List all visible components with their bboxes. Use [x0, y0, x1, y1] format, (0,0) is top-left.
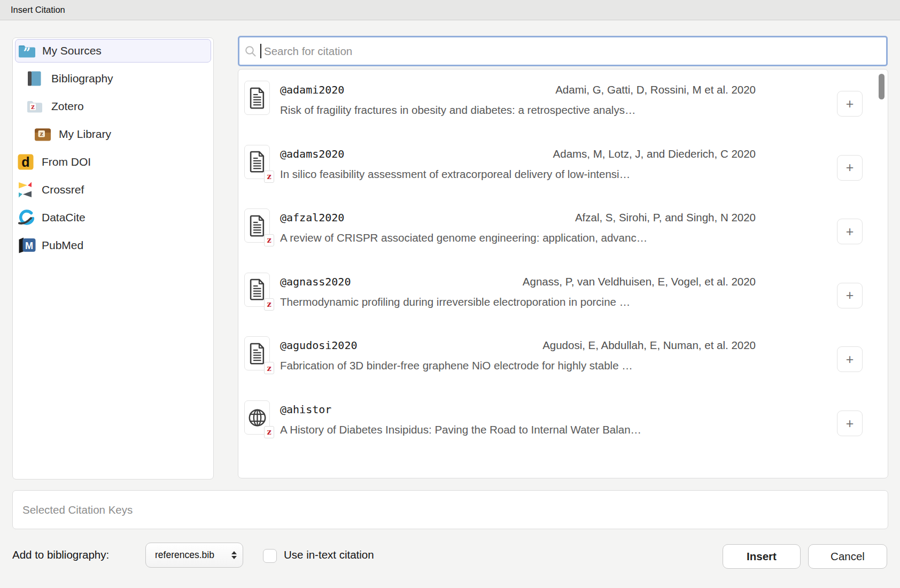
- citation-row[interactable]: @adami2020Adami, G, Gatti, D, Rossini, M…: [238, 81, 888, 120]
- sidebar-item-bibliography[interactable]: Bibliography: [15, 67, 211, 90]
- sidebar-item-my-library[interactable]: zMy Library: [15, 122, 211, 146]
- citation-key-line: @agnass2020Agnass, P, van Veldhuisen, E,…: [280, 274, 756, 290]
- text-cursor: [260, 44, 261, 58]
- search-box: [238, 36, 888, 66]
- sidebar-item-label: From DOI: [42, 156, 91, 168]
- citation-key: @agnass2020: [280, 274, 351, 290]
- webpage-icon: z: [244, 400, 270, 435]
- sidebar-item-datacite[interactable]: DataCite: [15, 206, 211, 229]
- citation-authors: Agnass, P, van Veldhuisen, E, Vogel, et …: [523, 274, 756, 290]
- citation-row[interactable]: z@adams2020Adams, M, Lotz, J, and Dieder…: [238, 145, 888, 184]
- datacite-icon: [18, 210, 34, 226]
- citation-row[interactable]: z@ahistorA History of Diabetes Insipidus…: [238, 400, 888, 440]
- zotero-badge: z: [264, 362, 274, 374]
- zotero-folder-icon: z: [27, 99, 43, 113]
- citation-key: @agudosi2020: [280, 337, 358, 353]
- bibliography-book-icon: [27, 71, 42, 87]
- cancel-button[interactable]: Cancel: [808, 544, 887, 569]
- selected-citation-keys-panel[interactable]: Selected Citation Keys: [12, 490, 888, 529]
- in-text-citation-checkbox[interactable]: [263, 549, 277, 563]
- svg-text:M: M: [25, 241, 33, 251]
- add-citation-button[interactable]: +: [837, 155, 863, 181]
- document-icon: z: [244, 208, 270, 243]
- sidebar-item-label: Crossref: [42, 183, 84, 196]
- search-input[interactable]: [263, 44, 881, 58]
- svg-text:d: d: [21, 154, 29, 169]
- insert-citation-dialog: Insert Citation ”My SourcesBibliographyz…: [0, 0, 900, 588]
- citation-title: A History of Diabetes Insipidus: Paving …: [280, 422, 757, 438]
- add-citation-button[interactable]: +: [837, 283, 863, 308]
- add-citation-button[interactable]: +: [837, 219, 863, 244]
- citation-title: Fabrication of 3D binder-free graphene N…: [280, 358, 757, 374]
- zotero-library-icon: z: [34, 127, 51, 142]
- citation-key-line: @agudosi2020Agudosi, E, Abdullah, E, Num…: [280, 337, 756, 353]
- in-text-citation-label: Use in-text citation: [284, 548, 374, 561]
- bibliography-file-value: references.bib: [155, 550, 214, 561]
- citation-title: Thermodynamic profiling during irreversi…: [280, 294, 757, 310]
- sidebar-item-label: My Library: [59, 128, 111, 141]
- citation-row[interactable]: z@agnass2020Agnass, P, van Veldhuisen, E…: [238, 273, 888, 312]
- svg-text:z: z: [31, 103, 35, 111]
- citation-row[interactable]: z@agudosi2020Agudosi, E, Abdullah, E, Nu…: [238, 336, 888, 376]
- document-icon: [244, 81, 270, 115]
- zotero-badge: z: [264, 426, 274, 438]
- document-icon: z: [244, 145, 270, 179]
- citation-key-line: @adami2020Adami, G, Gatti, D, Rossini, M…: [280, 82, 756, 98]
- sources-sidebar: ”My SourcesBibliographyzZoterozMy Librar…: [12, 37, 214, 479]
- svg-text:z: z: [40, 130, 43, 137]
- zotero-badge: z: [264, 298, 274, 311]
- dialog-title: Insert Citation: [11, 5, 65, 15]
- bibliography-file-select[interactable]: references.bib: [145, 543, 243, 568]
- sources-folder-icon: ”: [18, 44, 35, 58]
- add-citation-button[interactable]: +: [837, 91, 863, 117]
- sidebar-item-label: PubMed: [42, 239, 83, 252]
- sidebar-item-pubmed[interactable]: MPubMed: [15, 234, 211, 257]
- sidebar-item-label: Bibliography: [51, 72, 113, 85]
- citation-title: Risk of fragility fractures in obesity a…: [280, 102, 757, 118]
- svg-text:”: ”: [24, 45, 31, 58]
- citation-row[interactable]: z@afzal2020Afzal, S, Sirohi, P, and Sing…: [238, 208, 888, 248]
- sidebar-item-crossref[interactable]: Crossref: [15, 178, 211, 202]
- document-icon: z: [244, 336, 270, 370]
- citation-authors: Afzal, S, Sirohi, P, and Singh, N 2020: [575, 210, 756, 226]
- citation-title: In silico feasibility assessment of extr…: [280, 166, 757, 182]
- add-citation-button[interactable]: +: [837, 346, 863, 372]
- citation-title: A review of CRISPR associated genome eng…: [280, 230, 757, 246]
- citation-key: @ahistor: [280, 401, 331, 417]
- citation-authors: Agudosi, E, Abdullah, E, Numan, et al. 2…: [542, 337, 756, 353]
- pubmed-icon: M: [18, 237, 36, 253]
- select-arrows-icon: [231, 551, 237, 559]
- sidebar-item-from-doi[interactable]: dFrom DOI: [15, 150, 211, 174]
- citation-key: @adami2020: [280, 82, 344, 98]
- sidebar-item-label: Zotero: [51, 100, 84, 113]
- citation-key: @adams2020: [280, 146, 344, 162]
- citation-key-line: @ahistor: [280, 401, 756, 417]
- citation-key-line: @afzal2020Afzal, S, Sirohi, P, and Singh…: [280, 210, 756, 226]
- zotero-badge: z: [264, 171, 274, 183]
- crossref-icon: [18, 182, 33, 198]
- selected-keys-placeholder: Selected Citation Keys: [22, 504, 133, 516]
- citation-key: @afzal2020: [280, 210, 344, 226]
- citation-results-list: @adami2020Adami, G, Gatti, D, Rossini, M…: [238, 69, 888, 478]
- document-icon: z: [244, 273, 270, 307]
- citation-authors: Adami, G, Gatti, D, Rossini, M et al. 20…: [555, 82, 756, 98]
- sidebar-item-label: My Sources: [42, 44, 102, 57]
- sidebar-item-my-sources[interactable]: ”My Sources: [15, 39, 211, 63]
- add-to-bibliography-label: Add to bibliography:: [12, 548, 109, 561]
- dialog-titlebar: Insert Citation: [0, 0, 900, 20]
- sidebar-item-label: DataCite: [42, 211, 86, 224]
- citation-authors: Adams, M, Lotz, J, and Diederich, C 2020: [553, 146, 756, 162]
- insert-button[interactable]: Insert: [723, 544, 801, 569]
- search-icon: [245, 45, 257, 57]
- doi-icon: d: [18, 154, 34, 170]
- add-citation-button[interactable]: +: [837, 411, 863, 436]
- citation-key-line: @adams2020Adams, M, Lotz, J, and Diederi…: [280, 146, 756, 162]
- zotero-badge: z: [264, 234, 274, 246]
- sidebar-item-zotero[interactable]: zZotero: [15, 95, 211, 118]
